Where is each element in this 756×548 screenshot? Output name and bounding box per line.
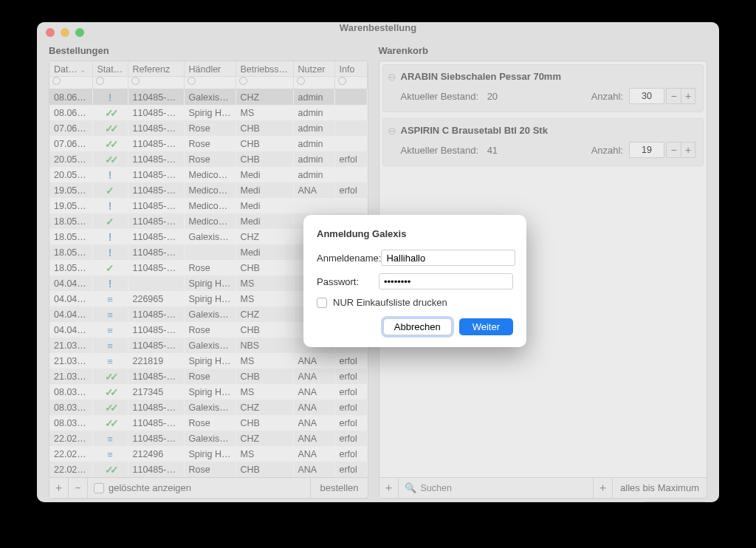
dialog-title: Anmeldung Galexis [317,228,513,239]
password-label: Passwort: [317,276,379,287]
print-only-label: NUR Einkaufsliste drucken [333,297,447,308]
login-dialog: Anmeldung Galexis Anmeldename: Passwort:… [303,215,526,347]
username-input[interactable] [381,250,515,266]
username-label: Anmeldename: [317,253,381,264]
app-window: Warenbestellung Bestellungen Dat…⌄Status… [37,22,719,502]
print-only-checkbox[interactable] [317,298,327,308]
continue-button[interactable]: Weiter [459,318,513,335]
cancel-button[interactable]: Abbrechen [383,318,452,335]
password-input[interactable] [379,273,513,290]
